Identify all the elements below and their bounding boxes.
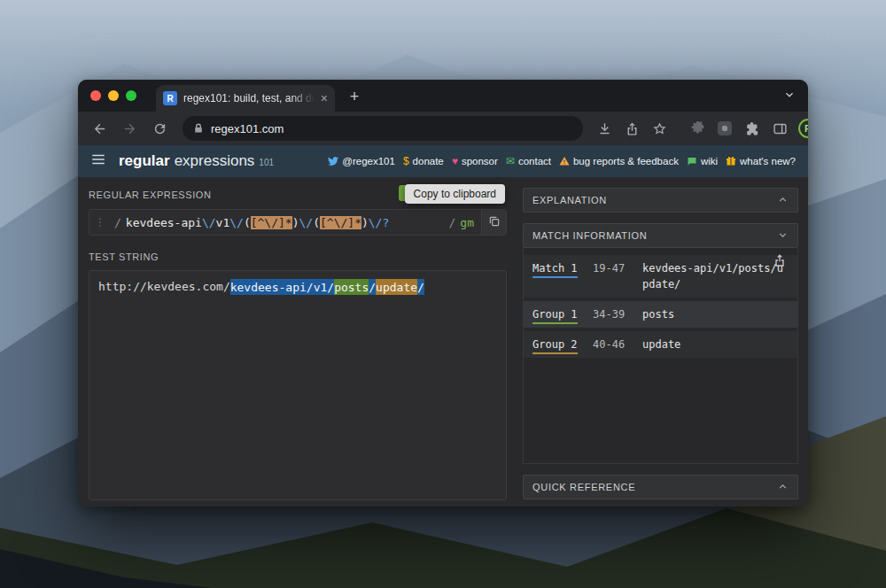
drag-handle-icon[interactable]: ⋮ (95, 216, 105, 228)
tab-favicon: R (163, 91, 177, 105)
match-value: update (642, 337, 789, 352)
minimize-window-button[interactable] (108, 90, 119, 101)
forward-button[interactable] (117, 116, 142, 141)
test-token: posts (334, 279, 369, 295)
regex-token: ? (382, 216, 389, 229)
regex-token: [^\/]* (320, 216, 361, 229)
logo-regular: regular (119, 152, 170, 170)
nav-item-whats-new[interactable]: what's new? (726, 156, 796, 166)
quick-reference-title: QUICK REFERENCE (532, 482, 635, 492)
regex-label-row: REGULAR EXPRESSION 1 m Copy to clipboard (89, 188, 507, 202)
nav-item-contact[interactable]: ✉contact (506, 156, 551, 166)
gift-icon (726, 156, 736, 166)
match-range: 34-39 (593, 306, 642, 322)
nav-label: donate (413, 156, 444, 166)
test-token: http://kevdees.com/ (98, 280, 230, 293)
test-token: kevdees-api/v1/ (230, 279, 334, 295)
regex-token: [^\/]* (251, 216, 292, 229)
match-label: Match 1 (532, 260, 593, 292)
dollar-icon: $ (403, 156, 409, 166)
extensions-puzzle-button[interactable] (743, 116, 761, 141)
nav-item-sponsor[interactable]: ♥sponsor (452, 156, 498, 166)
site-header: regularexpressions 101 @regex101$donate♥… (78, 145, 808, 177)
hamburger-menu-icon[interactable] (90, 151, 106, 171)
tab-title: regex101: build, test, and debu (183, 92, 315, 104)
quick-reference-header[interactable]: QUICK REFERENCE (523, 475, 798, 499)
tab-close-icon[interactable]: × (321, 92, 328, 104)
regex-flags[interactable]: gm (460, 216, 474, 229)
match-range: 40-46 (593, 337, 642, 352)
browser-toolbar: regex101.com R ⋮ (78, 112, 808, 145)
downloads-button[interactable] (595, 116, 613, 141)
explanation-title: EXPLANATION (532, 195, 607, 205)
sidebar-panel-button[interactable] (771, 116, 789, 141)
browser-tab[interactable]: R regex101: build, test, and debu × (156, 85, 335, 112)
test-string-label-row: TEST STRING (89, 250, 507, 264)
test-string-box[interactable]: http://kevdees.com/kevdees-api/v1/posts/… (89, 270, 507, 500)
match-value: kevdees-api/v1/posts/update/ (642, 260, 789, 292)
browser-window: R regex101: build, test, and debu × + re… (78, 80, 808, 507)
match-range: 19-47 (593, 260, 642, 292)
copy-tooltip: Copy to clipboard (405, 184, 505, 204)
match-info-header[interactable]: MATCH INFORMATION (523, 223, 798, 248)
back-button[interactable] (87, 116, 112, 141)
reload-button[interactable] (147, 116, 172, 141)
new-tab-button[interactable]: + (344, 86, 365, 107)
regex-token: \/ (299, 216, 314, 229)
regex-token: \/ (369, 216, 383, 229)
tab-search-chevron-icon[interactable] (783, 89, 796, 104)
profile-avatar[interactable]: R (798, 119, 808, 138)
copy-icon (488, 215, 501, 230)
tab-strip: R regex101: build, test, and debu × + (78, 80, 808, 112)
heart-icon: ♥ (452, 156, 458, 166)
wiki-icon (687, 156, 697, 166)
regex-token: ( (313, 216, 320, 229)
nav-item-donate[interactable]: $donate (403, 156, 444, 166)
extension-icon[interactable] (716, 116, 734, 141)
test-token: update (376, 279, 417, 295)
match-row: Group 240-46update (524, 331, 797, 358)
test-token: / (417, 279, 424, 295)
regex-token: ( (244, 216, 251, 229)
site-logo[interactable]: regularexpressions 101 (119, 152, 274, 170)
lock-icon[interactable] (193, 123, 204, 134)
nav-label: bug reports & feedback (573, 156, 679, 166)
zoom-window-button[interactable] (126, 90, 136, 101)
logo-expressions: expressions (175, 152, 255, 170)
export-matches-button[interactable] (773, 253, 789, 269)
nav-item-twitter[interactable]: @regex101 (328, 156, 395, 166)
site-nav: @regex101$donate♥sponsor✉contactbug repo… (328, 156, 796, 166)
regex-delimiter-right: / (449, 216, 456, 229)
settings-gear-icon[interactable] (688, 116, 706, 141)
copy-button[interactable] (481, 210, 506, 235)
regex-token: v1 (216, 216, 230, 229)
nav-item-bug-reports[interactable]: bug reports & feedback (559, 156, 679, 166)
test-token: / (369, 279, 376, 295)
site-main: REGULAR EXPRESSION 1 m Copy to clipboard… (78, 177, 808, 507)
match-info-body: Match 119-47kevdees-api/v1/posts/update/… (523, 248, 798, 464)
close-window-button[interactable] (90, 90, 101, 101)
chevron-up-icon (777, 481, 789, 494)
chevron-down-icon (777, 229, 789, 243)
window-controls (90, 80, 136, 112)
match-rows: Match 119-47kevdees-api/v1/posts/update/… (524, 255, 797, 358)
sidebar-column: EXPLANATION MATCH INFORMATION Match 119-… (523, 188, 798, 499)
nav-label: contact (518, 156, 551, 166)
test-string-label: TEST STRING (89, 251, 159, 262)
match-info-title: MATCH INFORMATION (532, 230, 647, 241)
regex-input[interactable]: kevdees-api\/v1\/([^\/]*)\/([^\/]*)\/? (126, 216, 445, 229)
address-bar[interactable]: regex101.com (183, 116, 583, 141)
share-button[interactable] (623, 116, 641, 141)
regex-input-box[interactable]: ⋮ / kevdees-api\/v1\/([^\/]*)\/([^\/]*)\… (89, 209, 507, 236)
match-value: posts (642, 306, 789, 322)
desktop-wallpaper: R regex101: build, test, and debu × + re… (0, 0, 886, 588)
regex-token: \/ (229, 216, 244, 229)
nav-item-wiki[interactable]: wiki (687, 156, 718, 166)
explanation-header[interactable]: EXPLANATION (523, 188, 798, 213)
regex-section-label: REGULAR EXPRESSION (89, 190, 212, 200)
bookmark-star-button[interactable] (650, 116, 668, 141)
nav-label: sponsor (462, 156, 498, 166)
warning-icon (559, 156, 570, 166)
regex-delimiter-left: / (114, 216, 121, 229)
twitter-icon (328, 156, 338, 166)
